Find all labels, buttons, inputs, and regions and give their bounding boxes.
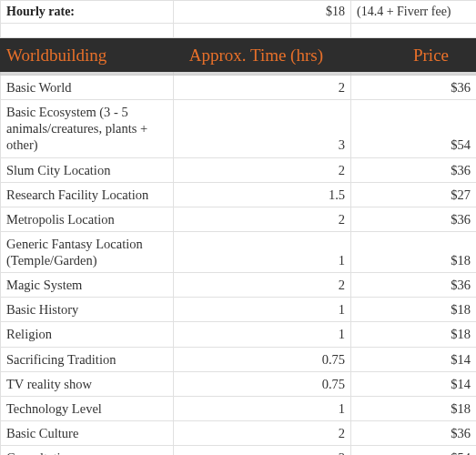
table-row: Magic System2$36 <box>1 273 477 298</box>
hourly-rate-note: (14.4 + Fiverr fee) <box>351 1 477 24</box>
row-time: 3 <box>174 446 351 456</box>
row-time: 2 <box>174 207 351 231</box>
row-price: $18 <box>351 231 477 272</box>
table-row: Slum City Location2$36 <box>1 157 477 182</box>
row-time: 1 <box>174 298 351 322</box>
row-price: $36 <box>351 76 477 100</box>
row-time: 1.5 <box>174 182 351 207</box>
row-price: $18 <box>351 396 477 420</box>
table-row: Basic World2$36 <box>1 76 477 100</box>
header-price: Price <box>351 38 477 72</box>
row-item: Metropolis Location <box>1 207 174 231</box>
row-item: Slum City Location <box>1 157 174 182</box>
table-row: Sacrificing Tradition0.75$14 <box>1 347 477 371</box>
row-time: 3 <box>174 100 351 157</box>
table-row: TV reality show0.75$14 <box>1 371 477 396</box>
row-time: 0.75 <box>174 371 351 396</box>
header-category: Worldbuilding <box>1 38 174 72</box>
row-price: $36 <box>351 420 477 445</box>
row-item: Magic System <box>1 273 174 298</box>
header-time: Approx. Time (hrs) <box>174 38 351 72</box>
row-time: 1 <box>174 322 351 347</box>
row-time: 2 <box>174 76 351 100</box>
spacer-row <box>1 24 477 38</box>
table-row: Metropolis Location2$36 <box>1 207 477 231</box>
row-item: Sacrificing Tradition <box>1 347 174 371</box>
row-time: 0.75 <box>174 347 351 371</box>
table-header: Worldbuilding Approx. Time (hrs) Price <box>1 38 477 72</box>
table-row: Basic Ecosystem (3 - 5 animals/creatures… <box>1 100 477 157</box>
row-item: Consultations <box>1 446 174 456</box>
table-row: Basic Culture2$36 <box>1 420 477 445</box>
table-row: Research Facility Location1.5$27 <box>1 182 477 207</box>
row-time: 2 <box>174 420 351 445</box>
row-price: $36 <box>351 157 477 182</box>
row-item: Basic History <box>1 298 174 322</box>
row-price: $14 <box>351 347 477 371</box>
pricing-table: Hourly rate: $18 (14.4 + Fiverr fee) Wor… <box>0 0 476 455</box>
hourly-rate-value: $18 <box>174 1 351 24</box>
row-price: $27 <box>351 182 477 207</box>
row-item: Basic Ecosystem (3 - 5 animals/creatures… <box>1 100 174 157</box>
row-item: Generic Fantasy Location (Temple/Garden) <box>1 231 174 272</box>
row-time: 2 <box>174 273 351 298</box>
table-row: Generic Fantasy Location (Temple/Garden)… <box>1 231 477 272</box>
row-item: Basic Culture <box>1 420 174 445</box>
table-row: Consultations3$54 <box>1 446 477 456</box>
row-price: $36 <box>351 273 477 298</box>
row-time: 2 <box>174 157 351 182</box>
row-item: Research Facility Location <box>1 182 174 207</box>
row-time: 1 <box>174 396 351 420</box>
table-row: Religion1$18 <box>1 322 477 347</box>
table-row: Basic History1$18 <box>1 298 477 322</box>
row-item: TV reality show <box>1 371 174 396</box>
hourly-rate-row: Hourly rate: $18 (14.4 + Fiverr fee) <box>1 1 477 24</box>
row-price: $14 <box>351 371 477 396</box>
row-item: Basic World <box>1 76 174 100</box>
hourly-rate-label: Hourly rate: <box>1 1 174 24</box>
row-price: $18 <box>351 322 477 347</box>
row-price: $36 <box>351 207 477 231</box>
row-price: $18 <box>351 298 477 322</box>
row-item: Technology Level <box>1 396 174 420</box>
row-price: $54 <box>351 100 477 157</box>
table-row: Technology Level1$18 <box>1 396 477 420</box>
row-time: 1 <box>174 231 351 272</box>
row-item: Religion <box>1 322 174 347</box>
row-price: $54 <box>351 446 477 456</box>
